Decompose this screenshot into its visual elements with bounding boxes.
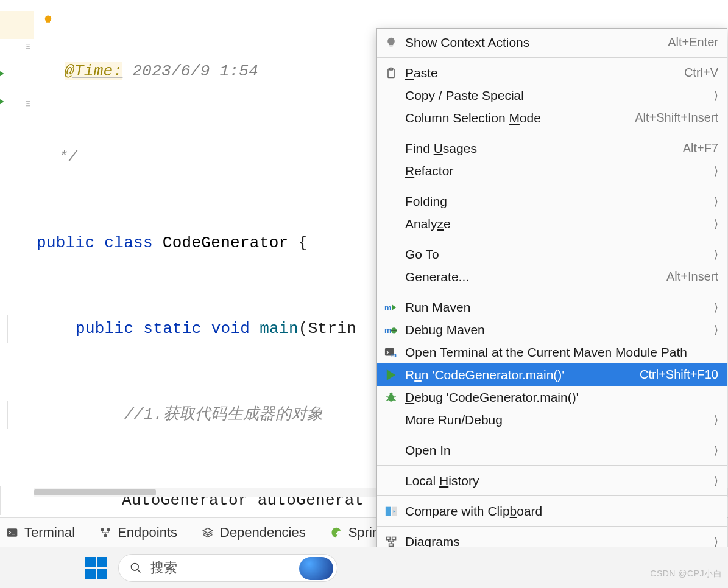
svg-point-1: [101, 528, 104, 531]
submenu-arrow-icon: ⟩: [714, 444, 718, 457]
menu-shortcut: Ctrl+V: [684, 66, 718, 80]
menu-item-label: Folding: [405, 194, 702, 209]
menu-item-label: Open Terminal at the Current Maven Modul…: [405, 345, 718, 360]
svg-line-17: [387, 399, 389, 401]
maven-debug-icon: m: [383, 322, 399, 338]
menu-item-generate[interactable]: Generate...Alt+Insert: [377, 265, 727, 288]
maven-run-icon: m: [383, 299, 399, 315]
toolwindow-tab-terminal[interactable]: Terminal: [6, 525, 75, 541]
menu-item-folding[interactable]: Folding⟩: [377, 190, 727, 212]
menu-separator: [377, 186, 727, 186]
bug-icon: [383, 390, 399, 405]
menu-item-label: Refactor: [405, 164, 702, 178]
menu-item-copy-paste-special[interactable]: Copy / Paste Special⟩: [377, 84, 727, 107]
menu-item-label: Column Selection Mode: [405, 111, 623, 125]
leaf-icon: [330, 527, 342, 539]
annotation: @Time:: [65, 62, 122, 80]
svg-text:m: m: [391, 352, 397, 359]
context-menu: Show Context ActionsAlt+EnterPasteCtrl+V…: [376, 28, 727, 578]
toolwindow-tab-label: Dependencies: [220, 525, 306, 541]
svg-line-15: [387, 396, 389, 397]
watermark: CSDN @CPJ小白: [650, 569, 722, 579]
menu-shortcut: Alt+Enter: [668, 35, 718, 49]
toolwindow-tab-label: Sprin: [348, 525, 380, 541]
gutter: ⊟ ⊟: [0, 0, 34, 588]
svg-line-18: [394, 399, 395, 401]
submenu-arrow-icon: ⟩: [714, 413, 718, 427]
blank-icon: [383, 247, 399, 262]
diff-icon: [383, 503, 399, 519]
svg-line-16: [394, 396, 395, 397]
search-icon: [130, 562, 142, 574]
run-gutter-icon[interactable]: [0, 97, 6, 107]
submenu-arrow-icon: ⟩: [714, 301, 718, 314]
blank-icon: [383, 412, 399, 428]
comment: //1.获取代码生成器的对象: [115, 405, 323, 424]
menu-item-label: Paste: [405, 66, 672, 80]
blank-icon: [383, 443, 399, 458]
svg-text:m: m: [384, 325, 391, 334]
svg-rect-0: [7, 528, 18, 536]
menu-shortcut: Alt+Shift+Insert: [635, 111, 718, 125]
timestamp: 2023/6/9 1:54: [122, 62, 258, 80]
toolwindow-tab-endpoints[interactable]: Endpoints: [99, 525, 177, 541]
svg-point-3: [104, 534, 107, 537]
menu-item-run-main[interactable]: Run 'CodeGenerator.main()'Ctrl+Shift+F10: [377, 363, 727, 386]
menu-item-label: Go To: [405, 247, 702, 262]
fold-toggle-icon[interactable]: ⊟: [23, 99, 33, 108]
menu-item-label: Find Usages: [405, 141, 671, 156]
submenu-arrow-icon: ⟩: [714, 217, 718, 231]
menu-item-debug-main[interactable]: Debug 'CodeGenerator.main()': [377, 386, 727, 408]
menu-separator: [377, 239, 727, 239]
menu-item-label: Run 'CodeGenerator.main()': [405, 368, 627, 382]
submenu-arrow-icon: ⟩: [714, 195, 718, 208]
svg-rect-19: [386, 506, 391, 516]
blank-icon: [383, 163, 399, 179]
bulb-icon: [383, 35, 399, 51]
taskbar-widget-icon[interactable]: [299, 557, 333, 580]
menu-item-debug-maven[interactable]: mDebug Maven⟩: [377, 318, 727, 341]
menu-item-context-actions[interactable]: Show Context ActionsAlt+Enter: [377, 31, 727, 54]
svg-point-2: [107, 528, 110, 531]
windows-taskbar: 搜索: [0, 547, 728, 588]
menu-item-label: Copy / Paste Special: [405, 88, 702, 103]
menu-item-label: Compare with Clipboard: [405, 504, 718, 519]
toolwindow-tab-dependencies[interactable]: Dependencies: [202, 525, 306, 541]
submenu-arrow-icon: ⟩: [714, 89, 718, 102]
windows-start-icon[interactable]: [85, 557, 107, 579]
scrollbar-thumb[interactable]: [34, 489, 156, 495]
menu-item-paste[interactable]: PasteCtrl+V: [377, 61, 727, 84]
taskbar-search[interactable]: 搜索: [118, 554, 337, 582]
menu-item-label: Show Context Actions: [405, 35, 656, 50]
run-icon: [383, 367, 399, 383]
menu-item-column-select[interactable]: Column Selection ModeAlt+Shift+Insert: [377, 107, 727, 129]
menu-item-label: Debug 'CodeGenerator.main()': [405, 390, 718, 405]
menu-item-compare-clip[interactable]: Compare with Clipboard: [377, 500, 727, 522]
menu-item-run-maven[interactable]: mRun Maven⟩: [377, 296, 727, 318]
svg-point-24: [132, 563, 139, 570]
menu-item-find-usages[interactable]: Find UsagesAlt+F7: [377, 137, 727, 159]
menu-shortcut: Alt+F7: [683, 141, 718, 155]
terminal-icon: [6, 527, 18, 539]
blank-icon: [383, 194, 399, 209]
blank-icon: [383, 269, 399, 285]
menu-item-local-history[interactable]: Local History⟩: [377, 469, 727, 492]
menu-shortcut: Ctrl+Shift+F10: [640, 368, 718, 382]
svg-text:m: m: [384, 303, 391, 312]
menu-item-refactor[interactable]: Refactor⟩: [377, 159, 727, 182]
toolwindow-tab-spring[interactable]: Sprin: [330, 525, 380, 541]
svg-rect-23: [389, 544, 394, 546]
svg-rect-21: [387, 537, 391, 539]
menu-item-goto[interactable]: Go To⟩: [377, 243, 727, 265]
terminal-m-icon: m: [383, 345, 399, 360]
menu-item-more-run[interactable]: More Run/Debug⟩: [377, 408, 727, 431]
menu-item-analyze[interactable]: Analyze⟩: [377, 212, 727, 235]
fold-toggle-icon[interactable]: ⊟: [23, 41, 33, 51]
svg-point-13: [388, 394, 394, 402]
blank-icon: [383, 88, 399, 103]
menu-item-open-terminal[interactable]: mOpen Terminal at the Current Maven Modu…: [377, 341, 727, 363]
menu-shortcut: Alt+Insert: [666, 270, 718, 284]
menu-item-open-in[interactable]: Open In⟩: [377, 439, 727, 461]
blank-icon: [383, 141, 399, 156]
run-gutter-icon[interactable]: [0, 69, 6, 79]
